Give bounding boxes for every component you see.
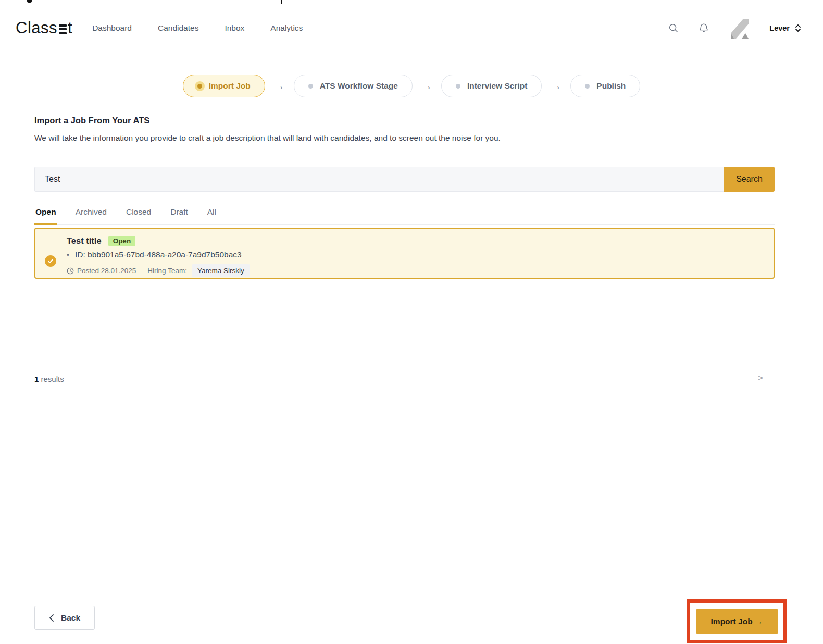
nav-item-dashboard[interactable]: Dashboard — [92, 23, 132, 33]
step-arrow-icon: → — [421, 80, 432, 92]
results-count: 1 — [34, 375, 39, 383]
bullet-icon: • — [67, 251, 69, 259]
step-dot-icon — [308, 84, 313, 89]
header-right-cluster: Lever — [667, 17, 801, 40]
page-title: Import a Job From Your ATS — [34, 116, 149, 126]
red-highlight-annotation: Import Job → — [687, 599, 787, 643]
hiring-team-label: Hiring Team: — [147, 267, 187, 275]
job-result-card[interactable]: Test title Open • ID: bbb901a5-67bd-488a… — [34, 228, 775, 279]
job-card-body: Test title Open • ID: bbb901a5-67bd-488a… — [35, 229, 774, 277]
logo-text-suffix: t — [68, 19, 72, 38]
step-label: ATS Workflow Stage — [320, 81, 398, 91]
step-publish[interactable]: Publish — [570, 75, 640, 97]
top-cutoff-strip — [0, 0, 823, 6]
tab-closed[interactable]: Closed — [125, 204, 152, 225]
status-badge: Open — [108, 236, 136, 246]
logo-e-bars-icon — [59, 24, 67, 34]
step-dot-icon — [197, 84, 202, 89]
step-dot-icon — [585, 84, 590, 89]
back-label: Back — [61, 613, 80, 623]
job-id: ID: bbb901a5-67bd-488a-a20a-7a9d7b50bac3 — [75, 250, 242, 259]
main-nav: Dashboard Candidates Inbox Analytics — [92, 23, 303, 33]
tab-archived[interactable]: Archived — [74, 204, 108, 225]
selected-check-icon — [45, 255, 56, 267]
job-posted-date: Posted 28.01.2025 — [77, 267, 136, 275]
chevron-left-icon — [49, 614, 54, 622]
notifications-bell-icon[interactable] — [697, 22, 710, 34]
pagination-next-icon[interactable]: > — [758, 373, 763, 383]
hiring-team-chip: Yarema Sirskiy — [192, 264, 250, 277]
nav-item-inbox[interactable]: Inbox — [225, 23, 244, 33]
search-icon[interactable] — [667, 22, 680, 34]
tab-draft[interactable]: Draft — [169, 204, 189, 225]
step-label: Publish — [596, 81, 626, 91]
wizard-stepper: Import Job → ATS Workflow Stage → Interv… — [0, 75, 823, 97]
nav-item-analytics[interactable]: Analytics — [270, 23, 303, 33]
lever-org-avatar[interactable] — [728, 17, 752, 40]
footer-divider — [0, 596, 823, 596]
tab-all[interactable]: All — [206, 204, 217, 225]
org-switcher[interactable]: Lever — [769, 24, 801, 32]
results-label: results — [41, 375, 64, 383]
status-filter-tabs: Open Archived Closed Draft All — [34, 204, 775, 225]
step-ats-workflow-stage[interactable]: ATS Workflow Stage — [294, 75, 413, 97]
cutoff-artifact — [281, 0, 282, 4]
step-dot-icon — [456, 84, 460, 89]
nav-item-candidates[interactable]: Candidates — [158, 23, 198, 33]
step-interview-script[interactable]: Interview Script — [441, 75, 542, 97]
app-header: Class t Dashboard Candidates Inbox Analy… — [0, 7, 823, 49]
classet-logo[interactable]: Class t — [16, 19, 72, 38]
search-button[interactable]: Search — [724, 167, 775, 192]
clock-icon — [67, 267, 74, 275]
job-title: Test title — [67, 236, 102, 246]
cutoff-artifact — [27, 0, 32, 3]
step-arrow-icon: → — [274, 80, 285, 92]
import-job-button[interactable]: Import Job → — [696, 609, 778, 634]
results-summary: 1 results — [34, 375, 64, 383]
chevron-updown-icon — [795, 24, 801, 32]
tab-open[interactable]: Open — [34, 204, 57, 225]
step-label: Import Job — [209, 81, 251, 91]
step-import-job[interactable]: Import Job — [183, 75, 265, 97]
page-description: We will take the information you provide… — [34, 133, 501, 143]
back-button[interactable]: Back — [34, 606, 95, 630]
step-arrow-icon: → — [551, 80, 562, 92]
job-search-input[interactable] — [34, 167, 724, 192]
step-label: Interview Script — [467, 81, 527, 91]
org-name: Lever — [769, 24, 790, 32]
job-search-bar: Search — [34, 167, 775, 192]
logo-text-prefix: Class — [16, 19, 57, 38]
